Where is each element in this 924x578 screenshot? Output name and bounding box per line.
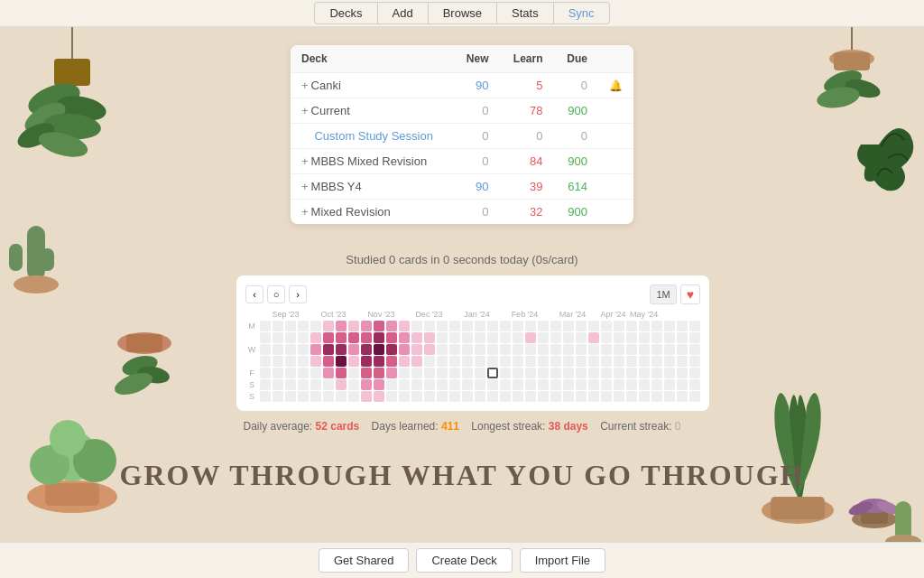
heatmap-cell[interactable] bbox=[614, 332, 624, 343]
heatmap-cell[interactable] bbox=[689, 321, 700, 331]
heatmap-cell[interactable] bbox=[588, 379, 599, 390]
heatmap-cell[interactable] bbox=[500, 321, 511, 331]
heatmap-cell[interactable] bbox=[374, 368, 384, 378]
heatmap-cell[interactable] bbox=[386, 379, 397, 390]
heatmap-cell[interactable] bbox=[273, 356, 283, 367]
heatmap-cell[interactable] bbox=[588, 332, 599, 343]
heatmap-cell[interactable] bbox=[323, 368, 334, 378]
calendar-heart-btn[interactable]: ♥ bbox=[680, 284, 700, 304]
heatmap-cell[interactable] bbox=[513, 356, 523, 367]
heatmap-cell[interactable] bbox=[664, 356, 675, 367]
heatmap-cell[interactable] bbox=[500, 379, 511, 390]
heatmap-cell[interactable] bbox=[563, 356, 574, 367]
heatmap-cell[interactable] bbox=[411, 332, 422, 343]
heatmap-cell[interactable] bbox=[500, 332, 511, 343]
heatmap-cell[interactable] bbox=[374, 391, 384, 402]
heatmap-cell[interactable] bbox=[411, 344, 422, 355]
heatmap-cell[interactable] bbox=[550, 332, 561, 343]
heatmap-cell[interactable] bbox=[437, 368, 448, 378]
heatmap-cell[interactable] bbox=[500, 391, 511, 402]
heatmap-cell[interactable] bbox=[550, 356, 561, 367]
heatmap-cell[interactable] bbox=[525, 332, 536, 343]
heatmap-cell[interactable] bbox=[310, 332, 321, 343]
heatmap-cell[interactable] bbox=[437, 344, 448, 355]
heatmap-cell[interactable] bbox=[525, 321, 536, 331]
heatmap-cell[interactable] bbox=[563, 391, 574, 402]
heatmap-cell[interactable] bbox=[310, 379, 321, 390]
heatmap-cell[interactable] bbox=[462, 332, 473, 343]
heatmap-cell[interactable] bbox=[374, 344, 384, 355]
table-row[interactable]: +MBBS Mixed Revision 0 84 900 bbox=[291, 149, 633, 174]
heatmap-cell[interactable] bbox=[411, 321, 422, 331]
heatmap-cell[interactable] bbox=[601, 321, 612, 331]
heatmap-cell[interactable] bbox=[475, 344, 485, 355]
heatmap-cell[interactable] bbox=[348, 379, 359, 390]
heatmap-cell[interactable] bbox=[689, 332, 700, 343]
heatmap-cell[interactable] bbox=[273, 344, 283, 355]
heatmap-cell[interactable] bbox=[374, 379, 384, 390]
heatmap-cell[interactable] bbox=[576, 344, 587, 355]
heatmap-cell[interactable] bbox=[601, 391, 612, 402]
heatmap-cell[interactable] bbox=[513, 368, 523, 378]
heatmap-cell[interactable] bbox=[487, 344, 498, 355]
heatmap-cell[interactable] bbox=[475, 379, 485, 390]
heatmap-cell[interactable] bbox=[411, 379, 422, 390]
heatmap-cell[interactable] bbox=[639, 368, 650, 378]
heatmap-cell[interactable] bbox=[689, 344, 700, 355]
heatmap-cell[interactable] bbox=[689, 368, 700, 378]
heatmap-cell[interactable] bbox=[323, 344, 334, 355]
nav-browse[interactable]: Browse bbox=[429, 3, 497, 23]
heatmap-cell[interactable] bbox=[614, 321, 624, 331]
heatmap-cell[interactable] bbox=[626, 332, 637, 343]
heatmap-cell[interactable] bbox=[664, 332, 675, 343]
heatmap-cell[interactable] bbox=[601, 332, 612, 343]
heatmap-cell[interactable] bbox=[651, 391, 662, 402]
heatmap-cell[interactable] bbox=[449, 391, 460, 402]
heatmap-cell[interactable] bbox=[260, 356, 271, 367]
heatmap-cell[interactable] bbox=[576, 356, 587, 367]
heatmap-cell[interactable] bbox=[449, 344, 460, 355]
heatmap-cell[interactable] bbox=[336, 391, 346, 402]
nav-add[interactable]: Add bbox=[378, 3, 429, 23]
heatmap-cell[interactable] bbox=[260, 368, 271, 378]
heatmap-cell[interactable] bbox=[336, 356, 346, 367]
heatmap-cell[interactable] bbox=[689, 379, 700, 390]
heatmap-cell[interactable] bbox=[411, 356, 422, 367]
heatmap-cell[interactable] bbox=[424, 368, 435, 378]
heatmap-cell[interactable] bbox=[285, 356, 296, 367]
heatmap-cell[interactable] bbox=[462, 321, 473, 331]
heatmap-cell[interactable] bbox=[399, 332, 410, 343]
heatmap-cell[interactable] bbox=[639, 379, 650, 390]
heatmap-cell[interactable] bbox=[449, 356, 460, 367]
heatmap-cell[interactable] bbox=[260, 332, 271, 343]
heatmap-cell[interactable] bbox=[424, 356, 435, 367]
heatmap-cell[interactable] bbox=[626, 391, 637, 402]
heatmap-cell[interactable] bbox=[588, 391, 599, 402]
nav-decks[interactable]: Decks bbox=[315, 3, 377, 23]
heatmap-cell[interactable] bbox=[298, 332, 309, 343]
heatmap-cell[interactable] bbox=[513, 344, 523, 355]
heatmap-cell[interactable] bbox=[601, 356, 612, 367]
heatmap-cell[interactable] bbox=[260, 391, 271, 402]
heatmap-cell[interactable] bbox=[462, 379, 473, 390]
heatmap-cell[interactable] bbox=[487, 356, 498, 367]
heatmap-cell[interactable] bbox=[677, 321, 688, 331]
heatmap-cell[interactable] bbox=[614, 379, 624, 390]
heatmap-cell[interactable] bbox=[588, 356, 599, 367]
import-file-button[interactable]: Import File bbox=[520, 548, 605, 573]
heatmap-cell[interactable] bbox=[348, 332, 359, 343]
heatmap-cell[interactable] bbox=[550, 344, 561, 355]
heatmap-cell[interactable] bbox=[273, 321, 283, 331]
heatmap-cell[interactable] bbox=[475, 391, 485, 402]
heatmap-cell[interactable] bbox=[576, 379, 587, 390]
heatmap-cell[interactable] bbox=[449, 368, 460, 378]
heatmap-cell[interactable] bbox=[563, 321, 574, 331]
heatmap-cell[interactable] bbox=[348, 344, 359, 355]
table-row[interactable]: +Mixed Revision 0 32 900 bbox=[291, 200, 633, 225]
heatmap-cell[interactable] bbox=[689, 391, 700, 402]
heatmap-cell[interactable] bbox=[323, 332, 334, 343]
heatmap-cell[interactable] bbox=[651, 344, 662, 355]
heatmap-cell[interactable] bbox=[399, 321, 410, 331]
table-row[interactable]: Custom Study Session 0 0 0 bbox=[291, 124, 633, 149]
heatmap-cell[interactable] bbox=[424, 379, 435, 390]
